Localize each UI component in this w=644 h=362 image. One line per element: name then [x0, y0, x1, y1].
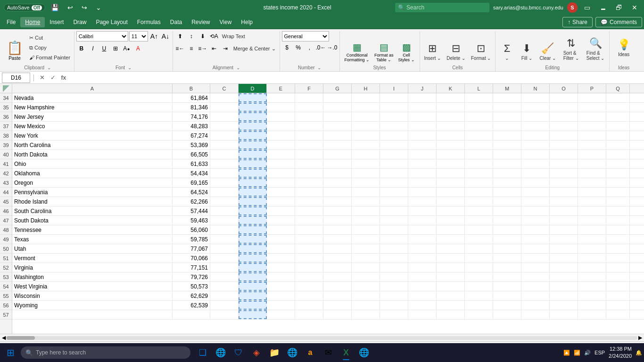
cell-Q40[interactable]: [606, 150, 630, 159]
cell-G52[interactable]: [323, 263, 352, 272]
cell-Q35[interactable]: [606, 103, 630, 112]
cell-A51[interactable]: Vermont: [12, 254, 173, 263]
cell-B55[interactable]: 62,629: [173, 291, 210, 300]
format-painter-button[interactable]: 🖌 Format Painter: [27, 53, 72, 62]
menu-review[interactable]: Review: [187, 17, 215, 27]
cell-Q54[interactable]: [606, 282, 630, 291]
cell-I39[interactable]: [380, 140, 408, 149]
cell-K51[interactable]: [437, 254, 465, 263]
cell-I45[interactable]: [380, 197, 408, 206]
cell-C35[interactable]: [210, 103, 239, 112]
cell-B37[interactable]: 48,283: [173, 122, 210, 131]
clear-button[interactable]: 🧹 Clear ⌄: [537, 33, 558, 62]
decrease-font-button[interactable]: A↓: [160, 31, 171, 41]
cell-N48[interactable]: [521, 225, 550, 234]
cell-J45[interactable]: [408, 197, 437, 206]
cell-A37[interactable]: New Mexico: [12, 122, 173, 131]
row-num-40[interactable]: 40: [0, 150, 12, 159]
cell-P57[interactable]: [578, 310, 606, 319]
cell-D43[interactable]: [239, 178, 267, 187]
cell-B53[interactable]: 79,726: [173, 272, 210, 281]
cell-A49[interactable]: Texas: [12, 235, 173, 244]
cell-P43[interactable]: [578, 178, 606, 187]
cell-N57[interactable]: [521, 310, 550, 319]
menu-draw[interactable]: Draw: [68, 17, 91, 27]
cell-I42[interactable]: [380, 169, 408, 178]
col-header-M[interactable]: M: [493, 84, 521, 93]
cell-I50[interactable]: [380, 244, 408, 253]
cell-L50[interactable]: [465, 244, 493, 253]
cell-D53[interactable]: [239, 272, 267, 281]
col-header-A[interactable]: A: [12, 84, 173, 93]
cell-K36[interactable]: [437, 112, 465, 121]
close-button[interactable]: ✕: [629, 3, 640, 12]
cell-B47[interactable]: 59,463: [173, 216, 210, 225]
cell-K55[interactable]: [437, 291, 465, 300]
align-center-button[interactable]: ≡: [186, 43, 197, 54]
cell-G56[interactable]: [323, 301, 352, 310]
col-header-I[interactable]: I: [380, 84, 408, 93]
cell-M37[interactable]: [493, 122, 521, 131]
cell-B40[interactable]: 66,505: [173, 150, 210, 159]
cell-H37[interactable]: [352, 122, 380, 131]
cell-C55[interactable]: [210, 291, 239, 300]
cell-N37[interactable]: [521, 122, 550, 131]
cell-A50[interactable]: Utah: [12, 244, 173, 253]
cell-N38[interactable]: [521, 131, 550, 140]
cell-M50[interactable]: [493, 244, 521, 253]
wrap-text-button[interactable]: Wrap Text: [220, 32, 247, 41]
cell-A54[interactable]: West Virginia: [12, 282, 173, 291]
cell-B57[interactable]: [173, 310, 210, 319]
taskbar-search-input[interactable]: [21, 346, 190, 359]
cell-F42[interactable]: [295, 169, 323, 178]
restore-button[interactable]: 🗗: [613, 3, 625, 12]
cell-reference-input[interactable]: [2, 73, 30, 83]
cell-N55[interactable]: [521, 291, 550, 300]
share-button[interactable]: ↑ Share: [562, 17, 593, 27]
cell-J55[interactable]: [408, 291, 437, 300]
taskbar-chevron[interactable]: 🔼: [563, 350, 570, 356]
cell-G41[interactable]: [323, 159, 352, 168]
cell-E57[interactable]: [267, 310, 295, 319]
start-button[interactable]: ⊞: [2, 344, 19, 361]
cell-F40[interactable]: [295, 150, 323, 159]
border-button[interactable]: ⊞: [110, 43, 121, 54]
cell-P48[interactable]: [578, 225, 606, 234]
cell-O55[interactable]: [550, 291, 578, 300]
cell-D49[interactable]: [239, 235, 267, 244]
cell-M52[interactable]: [493, 263, 521, 272]
cell-Q49[interactable]: [606, 235, 630, 244]
cell-K38[interactable]: [437, 131, 465, 140]
col-header-F[interactable]: F: [295, 84, 323, 93]
cell-Q37[interactable]: [606, 122, 630, 131]
cell-D40[interactable]: [239, 150, 267, 159]
cell-L53[interactable]: [465, 272, 493, 281]
cell-B39[interactable]: 53,369: [173, 140, 210, 149]
cell-D48[interactable]: [239, 225, 267, 234]
cell-J40[interactable]: [408, 150, 437, 159]
cell-G35[interactable]: [323, 103, 352, 112]
cell-L48[interactable]: [465, 225, 493, 234]
cell-J57[interactable]: [408, 310, 437, 319]
cell-D35[interactable]: [239, 103, 267, 112]
col-header-Q[interactable]: Q: [606, 84, 630, 93]
comma-button[interactable]: ,: [305, 42, 315, 53]
cell-D39[interactable]: [239, 140, 267, 149]
cell-H41[interactable]: [352, 159, 380, 168]
cell-M45[interactable]: [493, 197, 521, 206]
cell-Q53[interactable]: [606, 272, 630, 281]
cell-M51[interactable]: [493, 254, 521, 263]
cell-P37[interactable]: [578, 122, 606, 131]
cell-F56[interactable]: [295, 301, 323, 310]
decrease-indent-button[interactable]: ⇤: [209, 43, 219, 54]
cell-L40[interactable]: [465, 150, 493, 159]
cell-O49[interactable]: [550, 235, 578, 244]
col-header-L[interactable]: L: [465, 84, 493, 93]
format-button[interactable]: ⊡ Format ⌄: [469, 33, 493, 62]
insert-function-button[interactable]: fx: [59, 74, 68, 82]
row-num-34[interactable]: 34: [0, 93, 12, 103]
cell-D47[interactable]: [239, 216, 267, 225]
percent-button[interactable]: %: [293, 42, 304, 53]
redo-button[interactable]: ↪: [79, 3, 90, 12]
cell-O42[interactable]: [550, 169, 578, 178]
